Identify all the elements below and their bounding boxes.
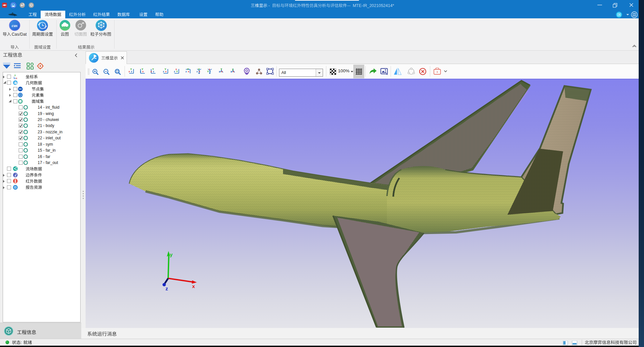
svg-text:Y: Y [152, 68, 154, 71]
svg-text:z: z [185, 70, 187, 73]
svg-text:z: z [230, 70, 232, 73]
svg-text:z: z [163, 70, 164, 73]
svg-text:cas: cas [12, 23, 17, 28]
svg-text:Y: Y [220, 68, 222, 71]
svg-text:x: x [175, 68, 177, 71]
svg-text:y: y [170, 252, 173, 257]
svg-text:x: x [209, 68, 210, 71]
svg-text:x: x [192, 283, 195, 289]
svg-text:Y: Y [130, 68, 132, 71]
svg-text:z: z [196, 70, 198, 73]
svg-text:z: z [174, 70, 175, 73]
svg-text:y: y [232, 68, 234, 71]
svg-text:Y: Y [198, 68, 200, 71]
svg-text:Y: Y [142, 68, 144, 71]
svg-text:Y: Y [187, 68, 189, 71]
svg-text:z: z [165, 286, 168, 291]
svg-text:Y: Y [164, 68, 166, 71]
svg-text:z: z [219, 70, 220, 73]
svg-text:z: z [140, 70, 141, 73]
svg-text:x: x [16, 77, 17, 79]
svg-text:Y: Y [14, 74, 16, 77]
svg-text:z: z [15, 77, 16, 79]
